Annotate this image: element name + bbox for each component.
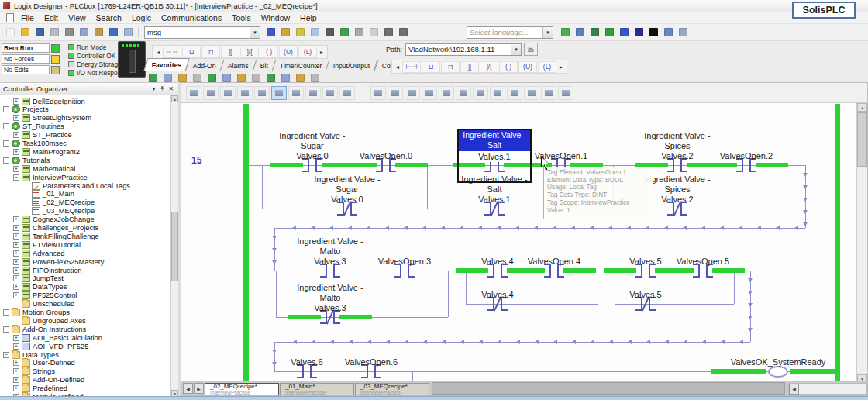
- ote-button[interactable]: ( ): [260, 47, 278, 58]
- language-select[interactable]: Select language... ▾: [467, 26, 553, 39]
- ote-coil-ValvesOK_SystemReady[interactable]: [768, 366, 788, 378]
- chevron-down-icon[interactable]: ▾: [250, 27, 260, 38]
- close-icon[interactable]: ✕: [167, 85, 175, 92]
- tree-item--01-main[interactable]: _01_Main: [23, 190, 74, 198]
- ladder-vscrollbar[interactable]: ▲ ▼: [856, 103, 867, 383]
- clear-icon[interactable]: [367, 26, 381, 39]
- tree-item-mathematical[interactable]: +Mathematical: [13, 164, 75, 173]
- tree-expander-icon[interactable]: +: [13, 259, 19, 265]
- instruction-tab-favorites[interactable]: Favorites: [143, 58, 190, 71]
- forces-status[interactable]: No Forces: [2, 54, 50, 64]
- tree-item-predefined[interactable]: +Predefined: [13, 384, 67, 393]
- replace-tag-icon[interactable]: [264, 26, 277, 39]
- ladder-trace-icon[interactable]: [405, 86, 420, 100]
- tree-expander-icon[interactable]: −: [3, 140, 9, 147]
- path-combo[interactable]: VladNetwork\192.168.1.11 ▾: [405, 43, 522, 56]
- language-config-icon[interactable]: [559, 26, 572, 39]
- tree-item-ftviewtutorial[interactable]: +FTViewTutorial: [13, 240, 81, 249]
- print-icon[interactable]: [48, 26, 61, 39]
- tree-expander-icon[interactable]: +: [13, 216, 19, 222]
- tree-expander-icon[interactable]: +: [13, 275, 19, 281]
- otu-button[interactable]: (U): [279, 47, 298, 58]
- tree-item-streetlightsystem[interactable]: +StreetLightSystem: [13, 114, 91, 122]
- ladder-tool-icon[interactable]: [203, 86, 219, 100]
- menu-logic[interactable]: Logic: [132, 13, 151, 22]
- new-icon[interactable]: [4, 26, 17, 39]
- undo-icon[interactable]: [107, 26, 120, 39]
- open-icon[interactable]: [19, 26, 32, 39]
- tree-item-delledgeignition[interactable]: +DellEdgeIgnition: [13, 97, 85, 105]
- menu-view[interactable]: View: [68, 13, 86, 22]
- menu-tools[interactable]: Tools: [232, 13, 251, 22]
- tree-expander-icon[interactable]: +: [13, 267, 19, 274]
- browse-tags-icon[interactable]: [279, 26, 292, 39]
- tree-expander-icon[interactable]: +: [13, 250, 19, 257]
- menu-communications[interactable]: Communications: [161, 13, 222, 22]
- xio-button[interactable]: ]/[: [240, 47, 259, 58]
- run-state-icon[interactable]: [51, 44, 60, 53]
- branch-level-button[interactable]: ⊓: [441, 61, 460, 73]
- compare-icon[interactable]: [574, 26, 587, 39]
- ladder-tool-icon[interactable]: [271, 86, 287, 100]
- ladder-trace-icon[interactable]: [490, 86, 505, 100]
- otl-button[interactable]: (L): [298, 47, 317, 58]
- mode-icon[interactable]: [662, 26, 675, 39]
- menu-search[interactable]: Search: [96, 13, 122, 22]
- ladder-tool-icon[interactable]: [288, 86, 304, 100]
- redo-icon[interactable]: [122, 26, 135, 39]
- palette-scroll-left-icon[interactable]: ◂: [394, 64, 401, 71]
- tree-item-challenges-projects[interactable]: +Challenges_Projects: [13, 224, 98, 233]
- menu-file[interactable]: File: [21, 13, 34, 22]
- tree-expander-icon[interactable]: +: [13, 377, 19, 383]
- tree-expander-icon[interactable]: +: [13, 343, 19, 350]
- xic-button[interactable]: ][: [221, 47, 239, 58]
- upload-icon[interactable]: [632, 26, 646, 39]
- zoom-out-icon[interactable]: [397, 26, 410, 39]
- search-combo[interactable]: msg ▾: [144, 26, 260, 39]
- tree-expander-icon[interactable]: +: [13, 132, 19, 138]
- tree-item-add-on-defined[interactable]: +Add-On-Defined: [13, 376, 84, 384]
- ladder-trace-icon[interactable]: [507, 86, 522, 100]
- ladder-trace-icon[interactable]: [439, 86, 454, 100]
- ladder-tool-icon[interactable]: [220, 86, 236, 100]
- tree-expander-icon[interactable]: +: [13, 166, 19, 172]
- tree-expander-icon[interactable]: +: [13, 115, 19, 121]
- tree-item-pf525control[interactable]: +PF525Control: [13, 291, 77, 300]
- tree-item--02-meqrecipe[interactable]: _02_MEQrecipe: [23, 198, 95, 207]
- instruction-tab-timer-counter[interactable]: Timer/Counter: [271, 60, 329, 71]
- tree-item-tankfillingchallenge[interactable]: +TankFillingChallenge: [13, 232, 99, 240]
- ladder-tool-icon[interactable]: [322, 86, 338, 100]
- tree-expander-icon[interactable]: +: [13, 242, 19, 248]
- tree-expander-icon[interactable]: +: [13, 225, 19, 231]
- tree-expander-icon[interactable]: +: [13, 292, 19, 298]
- ladder-tool-icon[interactable]: [186, 86, 202, 100]
- routine-tab--01-main-[interactable]: _01_Main*InterviewPractice: [280, 383, 354, 395]
- routine-tab--03-meqrecipe-[interactable]: _03_MEQrecipe*InterviewPractice: [355, 383, 429, 395]
- tree-expander-icon[interactable]: −: [3, 309, 9, 316]
- tree-item-jumptest[interactable]: +JumpTest: [13, 274, 64, 283]
- who-active-icon[interactable]: 品: [524, 43, 538, 56]
- tree-expander-icon[interactable]: +: [13, 149, 19, 155]
- select-mode-icon[interactable]: [308, 26, 322, 39]
- tree-item-unscheduled[interactable]: Unscheduled: [13, 300, 74, 309]
- branch-button[interactable]: ⊔: [182, 47, 201, 58]
- branch-level-button[interactable]: ⊓: [202, 47, 220, 58]
- tree-expander-icon[interactable]: −: [3, 352, 9, 358]
- palette-scroll-right-icon[interactable]: ▸: [557, 64, 565, 71]
- ladder-tool-icon[interactable]: [339, 86, 355, 100]
- instruction-tab-input-output[interactable]: Input/Output: [326, 60, 378, 71]
- tree-expander-icon[interactable]: +: [13, 385, 19, 391]
- tree-item-cognexjobchange[interactable]: +CognexJobChange: [13, 216, 95, 224]
- xio-button[interactable]: ]/[: [480, 61, 498, 73]
- tree-item-advanced[interactable]: +Advanced: [13, 249, 64, 257]
- ladder-trace-icon[interactable]: [524, 86, 539, 100]
- tree-expander-icon[interactable]: +: [13, 98, 19, 105]
- toggle-bit-icon[interactable]: [294, 26, 307, 39]
- tree-item-st-practice[interactable]: +ST_Practice: [13, 131, 72, 140]
- scroll-up-icon[interactable]: ▲: [857, 103, 867, 112]
- tree-item-add-on-instructions[interactable]: −Add-On Instructions: [3, 325, 86, 333]
- ladder-trace-icon[interactable]: [558, 86, 574, 100]
- ladder-tool-icon[interactable]: [237, 86, 253, 100]
- edits-status[interactable]: No Edits: [2, 65, 50, 74]
- tree-item-task100msec[interactable]: −Task100msec: [3, 140, 67, 148]
